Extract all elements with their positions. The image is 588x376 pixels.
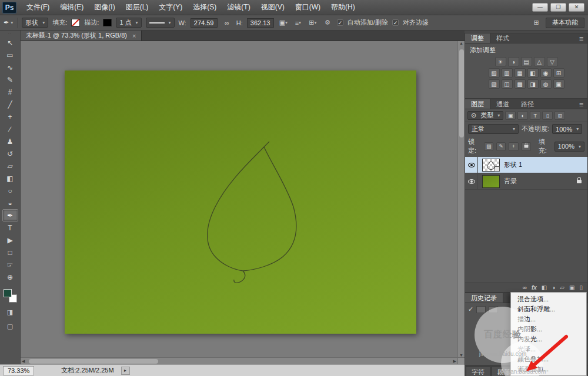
width-input[interactable]: 274.59 <box>191 18 218 28</box>
new-group-icon[interactable]: ▱ <box>560 284 564 291</box>
filter-type-layers-icon[interactable]: T <box>530 111 540 120</box>
tool-button[interactable]: ♟ <box>2 135 18 147</box>
vertical-scrollbar[interactable]: ▲ ▼ <box>457 41 465 357</box>
lock-all-icon[interactable] <box>522 142 531 151</box>
tab-paths[interactable]: 路径 <box>515 99 540 109</box>
tool-button[interactable]: ▶ <box>2 234 18 246</box>
add-mask-icon[interactable]: ◧ <box>542 284 547 291</box>
link-dimensions-icon[interactable]: ∞ <box>222 18 232 28</box>
tool-button[interactable]: # <box>2 86 18 98</box>
menu-item[interactable]: 文字(Y) <box>153 0 188 15</box>
menu-item[interactable]: 文件(F) <box>21 0 55 15</box>
fx-menu-item[interactable]: 颜色叠加... <box>511 354 586 364</box>
close-button[interactable]: ✕ <box>569 3 584 12</box>
tool-button[interactable]: ✎ <box>2 73 18 86</box>
tab-layers[interactable]: 图层 <box>465 99 490 109</box>
tool-button[interactable]: ☞ <box>2 258 18 271</box>
lock-pixels-icon[interactable]: ✎ <box>496 142 506 151</box>
tab-close-icon[interactable]: × <box>132 32 136 39</box>
adjustment-icon[interactable]: ▦ <box>514 68 526 78</box>
tool-button[interactable]: + <box>2 110 18 123</box>
blend-mode-dropdown[interactable]: 正常▾ <box>468 124 519 134</box>
stroke-color-swatch[interactable] <box>103 19 112 26</box>
restore-button[interactable]: ❐ <box>550 3 566 12</box>
filter-type-dropdown[interactable]: ⊙ 类型 ▾ <box>467 111 503 120</box>
gear-icon[interactable]: ⚙ <box>322 18 333 28</box>
status-options-arrow[interactable]: ▸ <box>121 367 130 375</box>
tool-button[interactable]: ∿ <box>2 61 18 73</box>
lock-position-icon[interactable]: + <box>509 142 518 151</box>
adjustment-icon[interactable]: ◑ <box>508 57 519 66</box>
align-edges-checkbox[interactable]: ✓ <box>392 19 399 26</box>
tool-button[interactable]: ↖ <box>2 36 18 49</box>
layer-row-shape[interactable]: 形状 1 <box>465 157 587 173</box>
adjustment-icon[interactable]: ☀ <box>495 57 506 66</box>
menu-item[interactable]: 视图(V) <box>256 0 290 15</box>
menu-item[interactable]: 图像(I) <box>89 0 120 15</box>
height-input[interactable]: 362.13 <box>247 18 274 28</box>
tab-adjustments[interactable]: 调整 <box>465 33 490 43</box>
zoom-level-input[interactable]: 73.33% <box>3 366 34 375</box>
tab-history[interactable]: 历史记录 <box>465 293 503 303</box>
menu-item[interactable]: 滤镜(T) <box>222 0 255 15</box>
layer-thumbnail[interactable] <box>482 159 500 172</box>
auto-add-checkbox[interactable]: ✓ <box>337 19 343 26</box>
adjustment-icon[interactable]: ▽ <box>547 57 558 66</box>
fx-menu-item[interactable]: 渐变叠加... <box>511 364 586 374</box>
menu-item[interactable]: 帮助(H) <box>326 0 360 15</box>
fx-menu-item[interactable]: 内发光... <box>511 334 586 344</box>
path-alignment-icon[interactable]: ≡▾ <box>293 18 303 28</box>
scroll-right-icon[interactable]: ▶ <box>453 359 456 364</box>
tool-button[interactable]: ↺ <box>2 147 18 160</box>
adjustment-icon[interactable]: ▤ <box>521 57 532 66</box>
fx-menu-item[interactable]: 描边... <box>511 314 586 324</box>
filter-smart-objects-icon[interactable]: ⊞ <box>554 111 565 120</box>
workspace-switcher[interactable]: 基本功能 <box>546 18 584 28</box>
document-tab[interactable]: 未标题-1 @ 73.3% (形状 1, RGB/8) × <box>21 31 142 41</box>
canvas-area[interactable]: ▲ ▼ ◀ ▶ <box>21 41 465 364</box>
adjustment-layer-icon[interactable]: ◑ <box>552 284 555 291</box>
scroll-down-icon[interactable]: ▼ <box>459 353 463 357</box>
fill-dropdown[interactable]: 100%▾ <box>554 142 584 152</box>
tool-button[interactable]: ╱ <box>2 98 18 110</box>
tool-button[interactable]: T <box>2 221 18 234</box>
tool-button[interactable]: ○ <box>2 184 18 197</box>
adjustment-icon[interactable]: ▨ <box>489 79 500 89</box>
fx-menu-item[interactable]: 混合选项... <box>511 294 586 304</box>
panel-menu-icon[interactable]: ≣ <box>576 33 587 43</box>
menu-item[interactable]: 编辑(E) <box>55 0 89 15</box>
tool-button[interactable]: ◧ <box>2 172 18 184</box>
tool-button[interactable]: ▭ <box>2 49 18 61</box>
adjustment-icon[interactable]: ◫ <box>502 79 513 89</box>
adjustment-icon[interactable]: ◨ <box>527 79 539 89</box>
adjustment-icon[interactable]: ◍ <box>540 79 552 89</box>
menu-item[interactable]: 图层(L) <box>121 0 154 15</box>
fx-menu-item[interactable]: 内阴影... <box>511 324 586 334</box>
adjustment-icon[interactable]: ▧ <box>489 68 500 78</box>
tool-button[interactable]: □ <box>2 246 18 258</box>
tool-button[interactable]: ⊕ <box>2 271 18 283</box>
adjustment-icon[interactable]: ▣ <box>553 79 564 89</box>
tab-character[interactable]: 字符 <box>466 366 490 376</box>
layer-style-fx-button[interactable]: fx <box>532 284 537 291</box>
document-canvas[interactable] <box>65 70 416 334</box>
panel-grip[interactable]: ∙∙ <box>0 31 20 36</box>
adjustment-icon[interactable]: ◉ <box>540 68 552 78</box>
visibility-toggle[interactable] <box>465 173 478 189</box>
stroke-style-dropdown[interactable]: ▾ <box>146 18 175 28</box>
new-layer-icon[interactable]: ▣ <box>569 284 574 291</box>
panel-menu-icon[interactable]: ≣ <box>576 99 587 109</box>
opacity-dropdown[interactable]: 100%▾ <box>552 124 582 134</box>
tab-channels[interactable]: 通道 <box>490 99 515 109</box>
filter-shape-layers-icon[interactable]: ▯ <box>542 111 553 120</box>
horizontal-scrollbar[interactable]: ◀ ▶ <box>21 357 457 364</box>
menu-item[interactable]: 窗口(W) <box>290 0 326 15</box>
scrollbar-thumb[interactable] <box>29 359 158 364</box>
filter-pixel-layers-icon[interactable]: ▣ <box>505 111 516 120</box>
tool-button[interactable]: ✒ <box>2 209 18 221</box>
minimize-button[interactable]: — <box>532 3 548 12</box>
fx-menu-item[interactable]: 斜面和浮雕... <box>511 304 586 314</box>
adjustment-icon[interactable]: ▩ <box>514 79 526 89</box>
color-swatches[interactable] <box>2 288 18 304</box>
path-operations-icon[interactable]: ▣▾ <box>278 18 289 28</box>
